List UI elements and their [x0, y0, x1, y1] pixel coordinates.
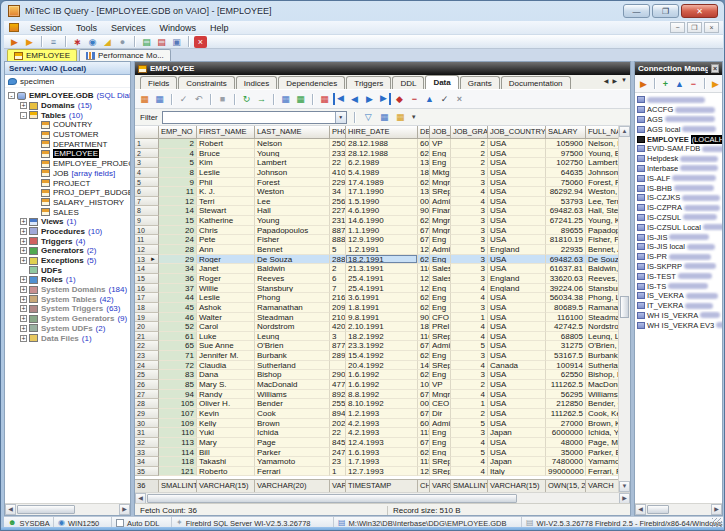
session-tab-performance-mo[interactable]: Performance Mo... — [79, 49, 171, 61]
expand-icon[interactable]: + — [20, 335, 27, 342]
expand-icon[interactable]: + — [20, 286, 27, 293]
connection-item-wh-is-vekra-ev3[interactable]: WH IS_VEKRA EV3 — [635, 320, 722, 330]
rollback-icon[interactable]: ↶ — [192, 93, 205, 105]
connection-item-hidden[interactable] — [635, 95, 722, 105]
delete-record-icon[interactable]: − — [408, 93, 421, 105]
tab-documentation[interactable]: Documentation — [501, 76, 571, 89]
expand-icon[interactable]: + — [20, 218, 27, 225]
maximize-button[interactable]: ❐ — [652, 4, 679, 18]
tree-item-triggers[interactable]: +Triggers(4) — [5, 236, 130, 246]
table-row[interactable]: 2161LukeLeung318.2.1992110SRep4USA68805L… — [135, 332, 620, 342]
tree-item-generators[interactable]: +Generators(2) — [5, 246, 130, 256]
connection-item-is-pr[interactable]: IS-PR — [635, 252, 722, 262]
expand-icon[interactable]: + — [20, 305, 27, 312]
table-row[interactable]: 24BruceYoung23328.12.1988621Eng2USA97500… — [135, 149, 620, 159]
tree-item-data-files[interactable]: +Data Files(1) — [5, 333, 130, 343]
expand-icon[interactable]: + — [20, 315, 27, 322]
column-header-dept-no[interactable]: DEPT_NO — [418, 126, 430, 139]
table-row[interactable]: 1434JanetBaldwin221.3.1991110Sales3USA61… — [135, 264, 620, 274]
tab-grants[interactable]: Grants — [460, 76, 500, 89]
mdi-restore-button[interactable]: ❐ — [687, 22, 702, 33]
nav-next-icon[interactable]: ▶ — [363, 93, 376, 105]
tab-data[interactable]: Data — [425, 75, 458, 89]
grid-hscrollbar[interactable]: ◀ ▶ — [135, 492, 630, 503]
table-row[interactable]: 2371Jennifer M.Burbank28915.4.1992622Eng… — [135, 351, 620, 361]
tab-list-icon[interactable]: ▼ — [621, 77, 627, 84]
tree-item-exceptions[interactable]: +Exceptions(5) — [5, 256, 130, 266]
tree-item-department[interactable]: DEPARTMENT — [5, 139, 130, 149]
table-row[interactable]: 1744LesliePhong2163.6.1991623Eng4USA5603… — [135, 293, 620, 303]
export-grid-icon[interactable]: ▦ — [138, 93, 151, 105]
column-header-rownum[interactable] — [135, 126, 159, 139]
table-row[interactable]: 32113MaryPage84512.4.1993671Eng4USA48000… — [135, 438, 620, 448]
mdi-caption[interactable]: EMPLOYEE — [135, 62, 630, 75]
connection-item-interbase[interactable]: Interbase — [635, 164, 722, 174]
globe-icon[interactable]: ◉ — [86, 36, 99, 48]
connection-item-is-czpra[interactable]: IS-CZPRA — [635, 203, 722, 213]
grid-filter-icon[interactable]: ▦ — [378, 111, 391, 123]
column-header-emp-no[interactable]: EMP_NO — [159, 126, 197, 139]
table-row[interactable]: 1946WalterSteadman2109.8.1991900CFO1USA1… — [135, 313, 620, 323]
scroll-right-icon[interactable]: ▶ — [119, 504, 130, 515]
table-row[interactable]: 2583DanaBishop2901.6.1992621Eng3USA62550… — [135, 370, 620, 380]
expand-icon[interactable]: + — [20, 257, 27, 264]
table-row[interactable]: 29107KevinCook8941.2.1993670Dir2USA11126… — [135, 409, 620, 419]
grid-vscrollbar[interactable]: ▲ ▼ — [618, 126, 630, 492]
nav-first-icon[interactable]: ◀ — [333, 93, 346, 105]
connect-prompt-icon[interactable]: ▶ — [23, 36, 36, 48]
table-row[interactable]: 611K. J.Weston3417.1.1990130SRep4USA8629… — [135, 187, 620, 197]
commit-icon[interactable]: ✓ — [177, 93, 190, 105]
column-header-job-grade[interactable]: JOB_GRADE — [451, 126, 488, 139]
table-row[interactable]: 59PhilForest22917.4.1989622Mngr3USA75060… — [135, 178, 620, 188]
table-row[interactable]: 12RobertNelson25028.12.1988600VP2USA1059… — [135, 139, 620, 149]
connection-item-is-jis-local[interactable]: IS-JIS local — [635, 242, 722, 252]
tree-item-employee-project[interactable]: EMPLOYEE_PROJECT — [5, 159, 130, 169]
tree-hscrollbar[interactable]: ◀ ▶ — [5, 503, 130, 515]
connection-item-is-test[interactable]: IS-TEST — [635, 271, 722, 281]
table-row[interactable]: 30109KellyBrown2024.2.1993600Admin5USA27… — [135, 419, 620, 429]
fetch-all-icon[interactable]: ▦ — [279, 93, 292, 105]
column-header-last-name[interactable]: LAST_NAME — [255, 126, 330, 139]
expand-icon[interactable]: + — [20, 238, 27, 245]
connection-item-is-skprp[interactable]: IS-SKPRP — [635, 262, 722, 272]
sweep-icon[interactable]: ◢ — [101, 36, 114, 48]
collapse-icon[interactable]: - — [8, 92, 15, 99]
tree-item-proj-dept-budget[interactable]: PROJ_DEPT_BUDGET[intege — [5, 188, 130, 198]
tree-item-job[interactable]: JOB[array fields] — [5, 169, 130, 179]
filter-dropdown-icon[interactable]: ▼ — [335, 112, 346, 123]
table-row[interactable]: 33114BillParker2471.6.1993623Eng5USA3500… — [135, 448, 620, 458]
tree-item-system-udfs[interactable]: +System UDFs(2) — [5, 324, 130, 334]
table-row[interactable]: 2052CarolNordstrom4202.10.1991180PRel4US… — [135, 322, 620, 332]
table-row[interactable]: 13►29RogerDe Souza28818.2.1991623Eng3USA… — [135, 255, 620, 265]
column-header-full-name[interactable]: FULL_NAME — [586, 126, 620, 139]
tree-item-country[interactable]: COUNTRY — [5, 120, 130, 130]
connection-item-ags[interactable]: AGS — [635, 115, 722, 125]
table-row[interactable]: 2685Mary S.MacDonald4771.6.1992100VP2USA… — [135, 380, 620, 390]
table-row[interactable]: 1845AshokRamanathan2091.8.1991621Eng3USA… — [135, 303, 620, 313]
edit-record-icon[interactable]: ▲ — [423, 93, 436, 105]
connection-hscrollbar[interactable]: ◀ ▶ — [635, 503, 722, 515]
table-row[interactable]: 28105Oliver H.Bender2558.10.1992000CEO1U… — [135, 399, 620, 409]
preferences-icon[interactable]: ≡ — [47, 36, 60, 48]
close-session-icon[interactable]: × — [194, 36, 207, 48]
tab-indices[interactable]: Indices — [236, 76, 277, 89]
tree-item-system-triggers[interactable]: +System Triggers(63) — [5, 304, 130, 314]
table-row[interactable]: 1228AnnBennet51.2.1991120Admin5England22… — [135, 245, 620, 255]
connection-item-wh-is-vekra[interactable]: WH IS_VEKRA — [635, 311, 722, 321]
table-row[interactable]: 1020ChrisPapadopoulos8871.1.1990671Mngr3… — [135, 226, 620, 236]
tree-item-salary-history[interactable]: SALARY_HISTORY — [5, 198, 130, 208]
mdi-document-icon[interactable] — [9, 23, 19, 32]
connection-item-is-czsul-local[interactable]: IS-CZSUL Local — [635, 222, 722, 232]
tree-item-employee-gdb[interactable]: -EMPLOYEE.GDB(SQL Dialect 1) — [5, 91, 130, 101]
filter-input[interactable]: ▼ — [162, 111, 347, 124]
table-row[interactable]: 31110YukiIchida224.2.1993115Eng3Japan600… — [135, 428, 620, 438]
table-row[interactable]: 2265Sue AnneO'Brien87723.3.1992670Admin5… — [135, 341, 620, 351]
auto-ddl-checkbox[interactable] — [116, 519, 124, 527]
backup-database-icon[interactable]: ▤ — [140, 36, 153, 48]
connection-item-is-czjks[interactable]: IS-CZJKS — [635, 193, 722, 203]
tab-constraints[interactable]: Constraints — [178, 76, 234, 89]
scroll-left-icon[interactable]: ◀ — [635, 504, 646, 515]
scroll-thumb[interactable] — [17, 505, 75, 514]
connection-manager-caption[interactable]: Connection Manage... × — [635, 62, 722, 75]
expand-icon[interactable]: + — [20, 102, 27, 109]
